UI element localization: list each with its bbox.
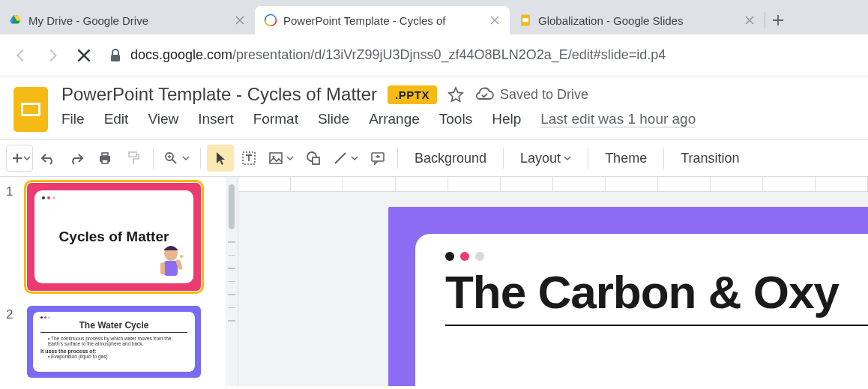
slide-thumbnail[interactable]: 1 Cycles of Matter xyxy=(6,183,217,291)
slide-thumbnail[interactable]: 2 The Water Cycle • The continuous proce… xyxy=(6,306,217,378)
browser-tab[interactable]: My Drive - Google Drive xyxy=(0,6,255,34)
svg-rect-13 xyxy=(270,153,282,163)
url-text: docs.google.com/presentation/d/13iVrZ99j… xyxy=(130,47,666,63)
chevron-down-icon xyxy=(351,154,358,162)
theme-button[interactable]: Theme xyxy=(594,145,657,172)
close-icon[interactable] xyxy=(744,14,756,26)
tab-title: Globalization - Google Slides xyxy=(538,14,738,27)
slides-icon xyxy=(264,13,277,27)
new-tab-button[interactable] xyxy=(765,6,791,34)
select-tool[interactable] xyxy=(207,145,234,172)
undo-button[interactable] xyxy=(34,145,61,172)
thumb-subheading: It uses the process of: xyxy=(40,349,187,354)
slides-icon xyxy=(519,13,532,27)
transition-button[interactable]: Transition xyxy=(670,145,750,172)
forward-button[interactable] xyxy=(39,42,66,69)
chevron-down-icon xyxy=(23,154,31,162)
browser-tab[interactable]: PowerPoint Template - Cycles of xyxy=(255,6,510,34)
toolbar: Background Layout Theme Transition xyxy=(0,139,868,177)
menu-edit[interactable]: Edit xyxy=(104,111,129,127)
redo-button[interactable] xyxy=(63,145,90,172)
svg-rect-6 xyxy=(111,55,120,61)
back-button[interactable] xyxy=(7,42,34,69)
chevron-down-icon xyxy=(182,154,190,162)
new-slide-button[interactable] xyxy=(6,145,33,172)
drive-icon xyxy=(9,13,22,27)
separator xyxy=(503,148,504,169)
document-title[interactable]: PowerPoint Template - Cycles of Matter xyxy=(61,84,377,105)
lock-icon xyxy=(109,49,121,62)
close-icon[interactable] xyxy=(234,14,246,26)
workspace: 1 Cycles of Matter xyxy=(0,177,868,386)
thumb-bullet: The continuous process by which water mo… xyxy=(48,336,171,346)
thumb-title: The Water Cycle xyxy=(40,320,187,331)
slide-number: 2 xyxy=(6,306,18,378)
menu-insert[interactable]: Insert xyxy=(198,111,234,127)
image-tool[interactable] xyxy=(264,145,298,172)
menu-bar: File Edit View Insert Format Slide Arran… xyxy=(61,105,855,127)
svg-rect-16 xyxy=(313,157,319,164)
save-status[interactable]: Saved to Drive xyxy=(474,87,588,103)
horizontal-ruler xyxy=(238,177,868,192)
menu-slide[interactable]: Slide xyxy=(318,111,349,127)
close-icon[interactable] xyxy=(489,14,501,26)
slide-panel: 1 Cycles of Matter xyxy=(0,177,238,386)
background-button[interactable]: Background xyxy=(404,145,497,172)
chevron-down-icon xyxy=(564,154,571,162)
svg-point-22 xyxy=(180,255,183,258)
person-illustration-icon xyxy=(153,243,189,283)
comment-button[interactable] xyxy=(364,145,391,172)
chevron-down-icon xyxy=(286,154,294,162)
paint-format-button[interactable] xyxy=(120,145,147,172)
separator xyxy=(588,148,588,169)
separator xyxy=(663,148,664,169)
slide-number: 1 xyxy=(6,183,18,291)
layout-button[interactable]: Layout xyxy=(510,145,582,172)
document-header: PowerPoint Template - Cycles of Matter .… xyxy=(0,76,868,132)
last-edit-link[interactable]: Last edit was 1 hour ago xyxy=(540,111,696,127)
title-underline xyxy=(445,325,868,326)
slides-logo-icon[interactable] xyxy=(13,87,48,132)
tab-title: My Drive - Google Drive xyxy=(28,14,228,27)
shape-tool[interactable] xyxy=(300,145,327,172)
menu-file[interactable]: File xyxy=(61,111,85,127)
zoom-button[interactable] xyxy=(160,145,194,172)
svg-rect-9 xyxy=(102,160,108,163)
cloud-check-icon xyxy=(474,87,494,102)
line-tool[interactable] xyxy=(328,145,363,172)
separator xyxy=(397,148,398,169)
browser-tab[interactable]: Globalization - Google Slides xyxy=(510,6,765,34)
print-button[interactable] xyxy=(91,145,118,172)
browser-tab-strip: My Drive - Google Drive PowerPoint Templ… xyxy=(0,0,868,34)
svg-rect-10 xyxy=(129,152,136,157)
stop-reload-button[interactable] xyxy=(70,42,97,69)
thumb-bullet: Evaporation (liquid to gas) xyxy=(51,354,108,359)
star-button[interactable] xyxy=(447,86,464,103)
slide-canvas[interactable]: The Carbon & Oxy xyxy=(238,177,868,386)
scrollbar[interactable] xyxy=(226,177,238,386)
textbox-tool[interactable] xyxy=(235,145,262,172)
svg-rect-19 xyxy=(164,261,178,276)
separator xyxy=(153,148,154,169)
address-bar: docs.google.com/presentation/d/13iVrZ99j… xyxy=(0,34,868,76)
menu-help[interactable]: Help xyxy=(492,111,521,127)
save-status-text: Saved to Drive xyxy=(500,87,588,103)
menu-arrange[interactable]: Arrange xyxy=(369,111,420,127)
svg-rect-8 xyxy=(102,153,108,156)
window-dots-icon xyxy=(445,252,868,261)
slide-title[interactable]: The Carbon & Oxy xyxy=(445,265,868,319)
menu-tools[interactable]: Tools xyxy=(439,111,472,127)
current-slide[interactable]: The Carbon & Oxy xyxy=(388,207,868,386)
scrollbar-thumb[interactable] xyxy=(229,184,235,229)
tab-title: PowerPoint Template - Cycles of xyxy=(283,14,483,27)
menu-format[interactable]: Format xyxy=(253,111,298,127)
separator xyxy=(200,148,201,169)
svg-rect-20 xyxy=(160,262,165,274)
url-field[interactable]: docs.google.com/presentation/d/13iVrZ99j… xyxy=(102,42,861,69)
menu-view[interactable]: View xyxy=(148,111,178,127)
svg-rect-5 xyxy=(522,18,528,22)
file-format-badge: .PPTX xyxy=(388,85,437,104)
